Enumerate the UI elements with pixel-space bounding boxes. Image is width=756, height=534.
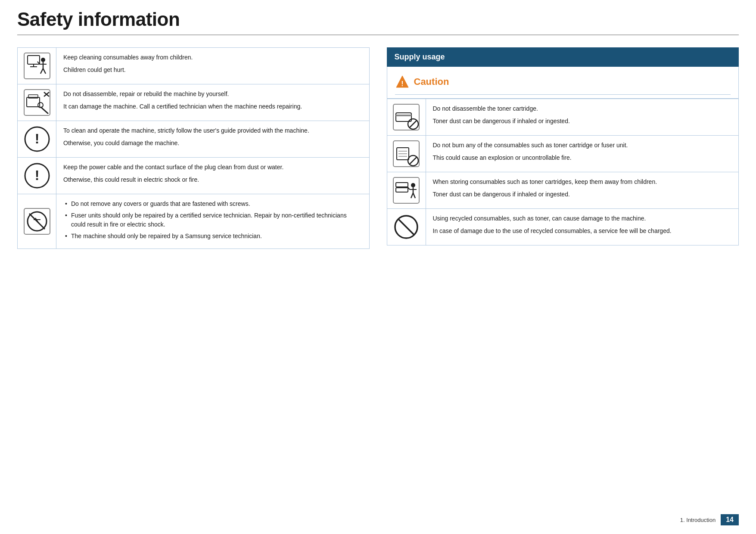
icon-cell <box>18 48 56 84</box>
svg-line-46 <box>411 193 413 198</box>
left-info-table: Keep cleaning consumables away from chil… <box>17 47 370 249</box>
row4-text1: Keep the power cable and the contact sur… <box>63 163 362 172</box>
svg-point-43 <box>411 183 415 187</box>
table-row: Do not remove any covers or guards that … <box>18 194 370 249</box>
left-column: Keep cleaning consumables away from chil… <box>17 47 370 249</box>
row2-text2: It can damage the machine. Call a certif… <box>63 102 362 111</box>
row2-text1: Do not disassemble, repair or rebuild th… <box>63 90 362 99</box>
right-column: Supply usage ! Caution <box>387 47 739 245</box>
child-safety-icon <box>23 52 51 80</box>
supply-row4-text2: In case of damage due to the use of recy… <box>433 227 732 236</box>
footer-section-text: 1. Introduction <box>680 517 716 523</box>
table-row: ! To clean and operate the machine, stri… <box>18 121 370 158</box>
caution-circle-icon: ! <box>23 125 51 153</box>
no-burn-icon <box>392 140 420 168</box>
no-disassemble-cartridge-icon <box>392 103 420 131</box>
title-divider <box>17 34 739 35</box>
svg-rect-40 <box>393 177 419 203</box>
text-cell: Do not disassemble, repair or rebuild th… <box>56 84 370 121</box>
icon-cell <box>18 194 56 249</box>
table-row: ! Keep the power cable and the contact s… <box>18 158 370 194</box>
page-number: 14 <box>721 514 739 525</box>
row4-text2: Otherwise, this could result in electric… <box>63 175 362 184</box>
svg-line-47 <box>413 193 415 198</box>
svg-point-4 <box>41 58 45 62</box>
icon-cell <box>387 99 426 136</box>
caution-circle-icon2: ! <box>23 162 51 189</box>
list-item: Do not remove any covers or guards that … <box>63 199 362 208</box>
svg-rect-42 <box>396 188 408 192</box>
page: Safety information <box>0 0 756 534</box>
supply-row2-text1: Do not burn any of the consumables such … <box>433 141 732 150</box>
icon-cell: ! <box>18 158 56 194</box>
table-row: Keep cleaning consumables away from chil… <box>18 48 370 84</box>
supply-row2-text2: This could cause an explosion or uncontr… <box>433 153 732 162</box>
caution-triangle-icon: ! <box>395 75 410 89</box>
svg-line-23 <box>29 214 45 229</box>
text-cell: Do not disassemble the toner cartridge. … <box>426 99 739 136</box>
table-row: Do not disassemble the toner cartridge. … <box>387 99 739 136</box>
caution-section: ! Caution <box>387 67 739 99</box>
svg-text:!: ! <box>401 80 403 87</box>
row1-text2: Children could get hurt. <box>63 65 362 75</box>
svg-rect-30 <box>396 115 411 116</box>
supply-usage-header: Supply usage <box>387 47 739 67</box>
svg-line-50 <box>398 219 414 235</box>
text-cell: Do not remove any covers or guards that … <box>56 194 370 249</box>
table-row: When storing consumables such as toner c… <box>387 172 739 209</box>
page-title: Safety information <box>17 9 739 30</box>
two-column-layout: Keep cleaning consumables away from chil… <box>17 47 739 249</box>
svg-text:!: ! <box>34 131 39 146</box>
row3-text1: To clean and operate the machine, strict… <box>63 126 362 135</box>
bullet-list: Do not remove any covers or guards that … <box>63 199 362 241</box>
table-row: Do not burn any of the consumables such … <box>387 136 739 172</box>
no-disassemble-icon <box>23 89 51 116</box>
icon-cell: ! <box>18 121 56 158</box>
svg-line-39 <box>410 157 417 164</box>
child-toner-icon <box>392 177 420 204</box>
svg-line-7 <box>40 68 43 74</box>
list-item: The machine should only be repaired by a… <box>63 232 362 241</box>
page-footer: 1. Introduction 14 <box>680 514 739 525</box>
no-recycled-icon <box>392 213 420 241</box>
icon-cell <box>18 84 56 121</box>
supply-table: Do not disassemble the toner cartridge. … <box>387 99 739 245</box>
supply-row1-text1: Do not disassemble the toner cartridge. <box>433 104 732 113</box>
icon-cell <box>387 172 426 209</box>
supply-row3-text1: When storing consumables such as toner c… <box>433 177 732 186</box>
row3-text2: Otherwise, you could damage the machine. <box>63 139 362 148</box>
text-cell: Keep cleaning consumables away from chil… <box>56 48 370 84</box>
svg-rect-28 <box>393 104 419 130</box>
supply-row1-text2: Toner dust can be dangerous if inhaled o… <box>433 117 732 126</box>
supply-row3-text2: Toner dust can be dangerous if inhaled o… <box>433 190 732 199</box>
text-cell: Do not burn any of the consumables such … <box>426 136 739 172</box>
icon-cell <box>387 209 426 245</box>
table-row: Using recycled consumables, such as tone… <box>387 209 739 245</box>
svg-rect-41 <box>396 183 408 187</box>
supply-row4-text1: Using recycled consumables, such as tone… <box>433 214 732 223</box>
icon-cell <box>387 136 426 172</box>
svg-rect-1 <box>28 56 40 64</box>
row1-text1: Keep cleaning consumables away from chil… <box>63 53 362 62</box>
list-item: Fuser units should only be repaired by a… <box>63 211 362 229</box>
caution-title: ! Caution <box>395 75 731 95</box>
text-cell: When storing consumables such as toner c… <box>426 172 739 209</box>
text-cell: To clean and operate the machine, strict… <box>56 121 370 158</box>
table-row: Do not disassemble, repair or rebuild th… <box>18 84 370 121</box>
svg-text:!: ! <box>34 168 39 183</box>
svg-line-8 <box>43 68 46 74</box>
text-cell: Using recycled consumables, such as tone… <box>426 209 739 245</box>
caution-label: Caution <box>414 76 449 87</box>
no-tools-icon <box>23 208 51 235</box>
text-cell: Keep the power cable and the contact sur… <box>56 158 370 194</box>
